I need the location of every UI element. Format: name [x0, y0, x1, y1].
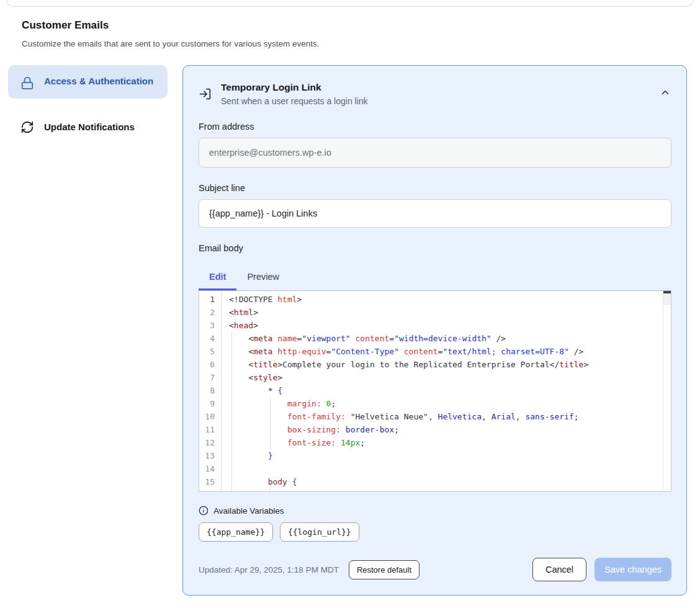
restore-default-button[interactable]: Restore default: [349, 560, 420, 579]
line-number: 1: [199, 293, 215, 306]
code-line: body {: [229, 475, 663, 488]
line-number: 9: [199, 397, 215, 410]
email-body-tabs: EditPreview: [199, 267, 671, 290]
line-number: 16: [199, 488, 215, 491]
email-type-subtitle: Sent when a user requests a login link: [221, 96, 368, 106]
line-number: 13: [199, 449, 215, 462]
line-number: 14: [199, 462, 215, 475]
subject-line-label: Subject line: [199, 183, 671, 193]
available-variables-header: Available Variables: [199, 506, 671, 516]
refresh-icon: [20, 120, 34, 134]
line-number: 8: [199, 384, 215, 397]
variable-chip[interactable]: {{login_url}}: [280, 522, 359, 542]
indent-guide: [270, 397, 271, 449]
email-type-title: Temporary Login Link: [221, 82, 368, 93]
sidebar-item-label: Access & Authentication: [44, 74, 153, 89]
indent-guide: [231, 332, 232, 491]
from-address-label: From address: [199, 122, 671, 132]
variable-chip[interactable]: {{app_name}}: [199, 522, 273, 542]
code-line: box-sizing: border-box;: [229, 423, 663, 436]
tab-edit[interactable]: Edit: [199, 267, 236, 290]
line-number: 12: [199, 436, 215, 449]
editor-code-pane[interactable]: <!DOCTYPE html><html><head> <meta name="…: [222, 291, 663, 491]
code-line: background-color: #fafafa;: [229, 488, 663, 491]
code-line: }: [229, 449, 663, 462]
page-subtitle: Customize the emails that are sent to yo…: [22, 39, 678, 48]
line-number: 4: [199, 332, 215, 345]
sidebar: Access & AuthenticationUpdate Notificati…: [8, 65, 168, 146]
email-body-label: Email body: [199, 243, 671, 253]
line-number: 6: [199, 358, 215, 371]
email-settings-card: Temporary Login Link Sent when a user re…: [182, 65, 687, 596]
code-line: <!DOCTYPE html>: [229, 293, 663, 306]
sidebar-item-access-authentication[interactable]: Access & Authentication: [8, 65, 168, 99]
email-body-editor[interactable]: 12345678910111213141516 <!DOCTYPE html><…: [199, 290, 671, 492]
variable-chips: {{app_name}}{{login_url}}: [199, 522, 671, 542]
tab-preview[interactable]: Preview: [236, 267, 290, 290]
scrollbar-thumb[interactable]: [663, 291, 671, 293]
code-line: [229, 462, 663, 475]
info-icon: [199, 506, 209, 516]
card-header: Temporary Login Link Sent when a user re…: [199, 82, 671, 106]
indent-guide: [270, 488, 271, 491]
cancel-button[interactable]: Cancel: [532, 558, 586, 581]
code-line: font-family: "Helvetica Neue", Helvetica…: [229, 410, 663, 423]
code-line: <title>Complete your login to the Replic…: [229, 358, 663, 371]
sidebar-item-label: Update Notifications: [44, 120, 135, 135]
collapse-section-button[interactable]: [659, 87, 671, 99]
line-number: 3: [199, 319, 215, 332]
card-footer: Updated: Apr 29, 2025, 1:18 PM MDT Resto…: [199, 558, 671, 581]
code-line: <head>: [229, 319, 663, 332]
code-line: <html>: [229, 306, 663, 319]
from-address-input[interactable]: [199, 138, 671, 168]
sidebar-item-update-notifications[interactable]: Update Notifications: [8, 109, 168, 146]
previous-card-bottom-edge: [6, 0, 694, 7]
editor-vertical-scrollbar[interactable]: [663, 291, 671, 491]
editor-line-numbers: 12345678910111213141516: [199, 291, 222, 491]
available-variables-section: Available Variables {{app_name}}{{login_…: [199, 506, 671, 542]
chevron-up-icon: [660, 91, 671, 100]
code-line: <style>: [229, 371, 663, 384]
code-line: * {: [229, 384, 663, 397]
line-number: 5: [199, 345, 215, 358]
line-number: 11: [199, 423, 215, 436]
line-number: 15: [199, 475, 215, 488]
updated-timestamp: Updated: Apr 29, 2025, 1:18 PM MDT: [199, 565, 339, 574]
available-variables-label: Available Variables: [213, 506, 284, 516]
line-number: 10: [199, 410, 215, 423]
code-line: font-size: 14px;: [229, 436, 663, 449]
code-line: <meta name="viewport" content="width=dev…: [229, 332, 663, 345]
page-title: Customer Emails: [22, 19, 678, 32]
line-number: 2: [199, 306, 215, 319]
lock-icon: [20, 76, 34, 90]
content-area: Access & AuthenticationUpdate Notificati…: [8, 65, 687, 596]
page-header: Customer Emails Customize the emails tha…: [22, 19, 678, 48]
code-line: margin: 0;: [229, 397, 663, 410]
line-number: 7: [199, 371, 215, 384]
login-icon: [199, 87, 212, 101]
card-header-text: Temporary Login Link Sent when a user re…: [221, 82, 368, 106]
subject-line-input[interactable]: [199, 199, 671, 228]
code-line: <meta http-equiv="Content-Type" content=…: [229, 345, 663, 358]
save-changes-button[interactable]: Save changes: [595, 558, 671, 581]
